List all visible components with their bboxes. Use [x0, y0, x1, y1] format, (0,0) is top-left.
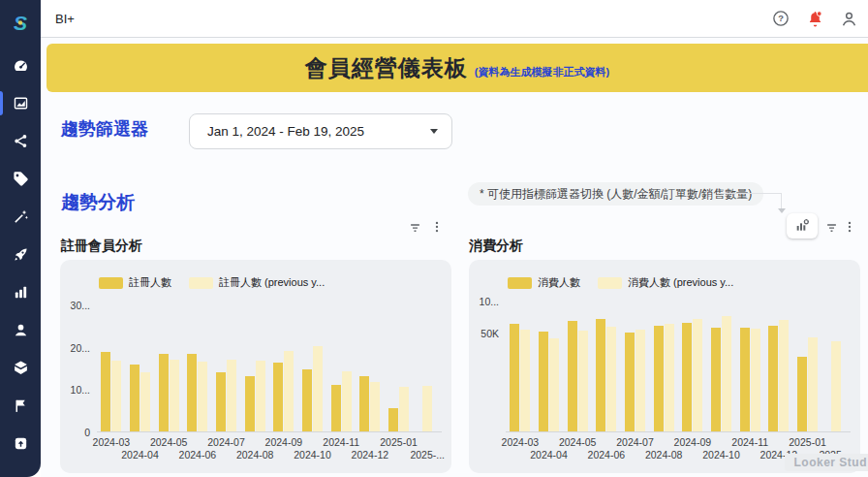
bar-current[interactable]: [101, 352, 110, 431]
bar-current[interactable]: [130, 365, 140, 431]
bar-group: [97, 352, 126, 431]
bar-current[interactable]: [302, 369, 312, 431]
sidebar-item-reports[interactable]: [0, 84, 41, 122]
bar-current[interactable]: [568, 321, 577, 431]
right-chart-more-button[interactable]: [841, 218, 858, 236]
filter-icon: [824, 220, 839, 235]
bar-group: [793, 337, 822, 431]
legend-item-current[interactable]: 註冊人數: [99, 275, 171, 290]
bar-previous[interactable]: [370, 382, 380, 431]
bar-current[interactable]: [768, 326, 778, 431]
x-axis-label: 2024-03: [502, 436, 540, 448]
chart-config-button[interactable]: [787, 213, 818, 238]
bar-current[interactable]: [331, 385, 341, 431]
bar-previous[interactable]: [722, 316, 731, 431]
bar-current[interactable]: [654, 326, 664, 431]
legend-swatch: [508, 277, 532, 289]
bar-previous[interactable]: [831, 341, 841, 431]
bar-current[interactable]: [711, 328, 721, 431]
flag-icon: [13, 398, 29, 414]
bar-previous[interactable]: [422, 386, 432, 431]
bar-previous[interactable]: [779, 320, 789, 431]
bar-previous[interactable]: [693, 319, 702, 431]
sidebar-item-dashboard[interactable]: [0, 47, 41, 84]
bar-group: [506, 324, 535, 431]
notifications-icon: [806, 10, 824, 28]
bar-previous[interactable]: [256, 361, 265, 431]
bar-previous[interactable]: [342, 371, 352, 431]
right-chart-filter-button[interactable]: [822, 218, 840, 236]
legend-swatch: [99, 277, 123, 289]
bar-previous[interactable]: [751, 329, 760, 431]
bar-previous[interactable]: [399, 387, 409, 431]
bar-current[interactable]: [510, 324, 519, 431]
bar-previous[interactable]: [606, 327, 616, 431]
bar-current[interactable]: [797, 357, 807, 431]
bar-previous[interactable]: [170, 360, 179, 431]
rocket-icon: [13, 246, 29, 263]
app-logo[interactable]: S: [0, 0, 41, 47]
bar-current[interactable]: [159, 354, 169, 431]
legend-item-previous[interactable]: 註冊人數 (previous y...: [189, 275, 325, 290]
bar-current[interactable]: [596, 319, 605, 431]
legend-label: 消費人數 (previous y...: [628, 275, 733, 290]
bar-current[interactable]: [388, 408, 398, 431]
more-options-icon: [843, 220, 856, 234]
bar-current[interactable]: [245, 376, 255, 431]
date-range-picker[interactable]: Jan 1, 2024 - Feb 19, 2025: [189, 113, 452, 149]
sidebar-item-share[interactable]: [0, 122, 41, 160]
bar-previous[interactable]: [520, 330, 530, 431]
x-axis-label: 2024-07: [207, 436, 245, 448]
account-button[interactable]: [839, 9, 858, 28]
bar-previous[interactable]: [549, 338, 559, 431]
x-axis-label: 2024-09: [674, 436, 712, 448]
bar-previous[interactable]: [284, 351, 294, 431]
help-button[interactable]: ?: [771, 9, 790, 28]
legend-item-previous[interactable]: 消費人數 (previous y...: [598, 275, 733, 290]
bar-previous[interactable]: [636, 330, 645, 431]
bar-previous[interactable]: [198, 362, 207, 431]
sidebar-item-members[interactable]: [0, 311, 41, 349]
sidebar-item-analytics[interactable]: [0, 273, 41, 311]
bar-current[interactable]: [625, 333, 635, 431]
notifications-button[interactable]: [805, 9, 824, 28]
bar-group: [592, 319, 621, 431]
sidebar-item-magic[interactable]: [0, 198, 41, 236]
bar-previous[interactable]: [140, 372, 150, 431]
bar-current[interactable]: [682, 323, 692, 432]
note-connector-line: [717, 193, 782, 209]
sidebar-item-export[interactable]: [0, 425, 41, 462]
x-axis-label: 2025-...: [410, 449, 445, 461]
looker-studio-watermark[interactable]: Looker Stud: [785, 454, 868, 471]
bar-chart-icon: [13, 284, 29, 301]
bar-current[interactable]: [187, 354, 197, 431]
user-icon: [13, 322, 29, 338]
consumption-chart-title: 消費分析: [469, 238, 523, 255]
date-range-value: Jan 1, 2024 - Feb 19, 2025: [207, 124, 364, 139]
bar-current[interactable]: [359, 376, 369, 431]
bar-previous[interactable]: [313, 346, 323, 431]
bar-current[interactable]: [216, 372, 226, 431]
sidebar-item-products[interactable]: [0, 349, 41, 387]
sidebar-item-tags[interactable]: [0, 160, 41, 198]
bar-previous[interactable]: [578, 331, 588, 431]
bar-previous[interactable]: [227, 360, 236, 431]
legend-item-current[interactable]: 消費人數: [508, 275, 580, 290]
bar-group: [621, 330, 650, 431]
bar-current[interactable]: [740, 328, 750, 431]
filter-icon: [408, 220, 422, 235]
bar-previous[interactable]: [665, 324, 674, 431]
left-chart-more-button[interactable]: [428, 218, 446, 236]
svg-text:?: ?: [778, 14, 784, 23]
s-logo-icon: S: [8, 11, 33, 36]
registration-chart-title: 註冊會員分析: [61, 238, 142, 255]
bar-previous[interactable]: [808, 337, 818, 431]
legend-swatch: [189, 277, 213, 289]
bar-current[interactable]: [539, 332, 548, 431]
sidebar-item-flags[interactable]: [0, 387, 41, 425]
bar-current[interactable]: [273, 363, 283, 431]
sidebar-item-launch[interactable]: [0, 236, 41, 273]
bar-previous[interactable]: [111, 361, 121, 431]
x-axis-label: 2024-08: [236, 449, 274, 461]
left-chart-filter-button[interactable]: [406, 218, 423, 236]
